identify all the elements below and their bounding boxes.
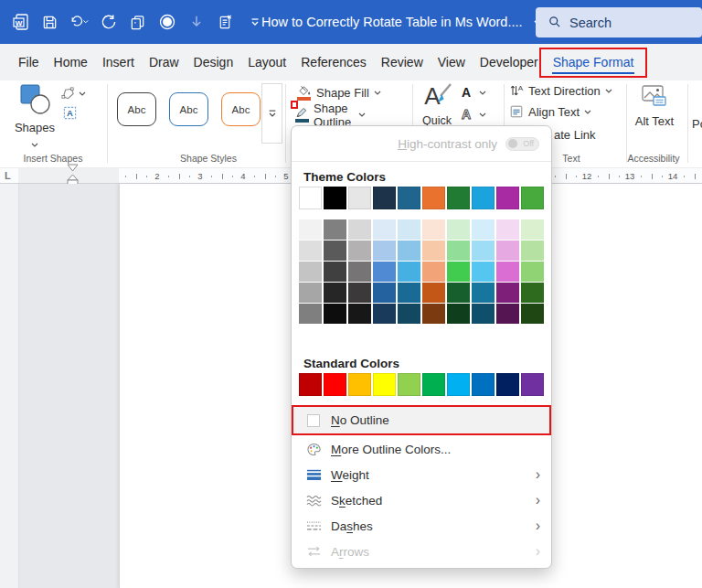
- theme-shade-swatch[interactable]: [422, 241, 445, 261]
- theme-shade-swatch[interactable]: [398, 304, 420, 324]
- tab-file[interactable]: File: [11, 44, 47, 80]
- standard-color-swatch[interactable]: [348, 373, 371, 396]
- menu-item-no-outline[interactable]: No Outline: [292, 406, 551, 434]
- standard-color-swatch[interactable]: [447, 373, 470, 396]
- theme-color-swatch[interactable]: [373, 187, 396, 209]
- shape-style-3[interactable]: Abc: [221, 92, 261, 126]
- create-link-label-fragment[interactable]: ate Link: [554, 128, 596, 142]
- theme-color-swatch[interactable]: [348, 187, 371, 209]
- theme-shade-swatch[interactable]: [521, 262, 544, 282]
- theme-shade-swatch[interactable]: [324, 283, 346, 303]
- menu-item-sketched[interactable]: Sketched›: [292, 489, 551, 511]
- tab-draw[interactable]: Draw: [142, 44, 186, 80]
- theme-shade-swatch[interactable]: [348, 304, 371, 324]
- menu-item-more-outline-colors[interactable]: More Outline Colors...: [292, 438, 551, 460]
- theme-shade-swatch[interactable]: [447, 219, 470, 240]
- theme-shade-swatch[interactable]: [398, 219, 420, 240]
- standard-color-swatch[interactable]: [373, 373, 396, 396]
- theme-shade-swatch[interactable]: [472, 283, 495, 303]
- theme-shade-swatch[interactable]: [447, 262, 470, 282]
- theme-color-swatch[interactable]: [422, 187, 445, 209]
- theme-shade-swatch[interactable]: [422, 219, 445, 240]
- theme-shade-swatch[interactable]: [496, 262, 519, 282]
- theme-shade-swatch[interactable]: [447, 304, 470, 324]
- theme-shade-swatch[interactable]: [348, 283, 371, 303]
- standard-color-swatch[interactable]: [521, 373, 544, 396]
- tab-selector[interactable]: L: [5, 170, 11, 181]
- theme-shade-swatch[interactable]: [496, 219, 519, 240]
- tab-review[interactable]: Review: [374, 44, 431, 80]
- theme-shade-swatch[interactable]: [521, 283, 544, 303]
- menu-item-weight[interactable]: Weight›: [292, 464, 551, 486]
- undo-icon[interactable]: [69, 13, 89, 32]
- theme-shade-swatch[interactable]: [299, 241, 322, 261]
- theme-shade-swatch[interactable]: [324, 219, 346, 240]
- theme-shade-swatch[interactable]: [398, 262, 420, 282]
- theme-shade-swatch[interactable]: [398, 283, 420, 303]
- theme-shade-swatch[interactable]: [496, 241, 519, 261]
- tab-design[interactable]: Design: [186, 44, 241, 80]
- theme-shade-swatch[interactable]: [472, 241, 495, 261]
- standard-color-swatch[interactable]: [398, 373, 420, 396]
- word-logo-icon[interactable]: W: [11, 13, 30, 32]
- more-styles-button[interactable]: [261, 83, 282, 144]
- menu-item-dashes[interactable]: Dashes›: [292, 515, 551, 537]
- theme-shade-swatch[interactable]: [348, 241, 371, 261]
- theme-shade-swatch[interactable]: [496, 304, 519, 324]
- tab-home[interactable]: Home: [47, 44, 95, 80]
- tab-view[interactable]: View: [431, 44, 473, 80]
- text-fill-button[interactable]: A: [462, 84, 486, 101]
- tab-layout[interactable]: Layout: [240, 44, 293, 80]
- theme-shade-swatch[interactable]: [447, 241, 470, 261]
- text-outline-button[interactable]: A: [462, 106, 486, 123]
- text-direction-button[interactable]: A Text Direction: [509, 83, 612, 98]
- theme-shade-swatch[interactable]: [373, 262, 396, 282]
- theme-shade-swatch[interactable]: [373, 304, 396, 324]
- theme-shade-swatch[interactable]: [324, 241, 346, 261]
- quick-styles-button[interactable]: A Quick: [418, 81, 456, 127]
- theme-shade-swatch[interactable]: [373, 241, 396, 261]
- theme-shade-swatch[interactable]: [521, 304, 544, 324]
- theme-shade-swatch[interactable]: [472, 219, 495, 240]
- align-text-button[interactable]: Align Text: [509, 104, 591, 119]
- tab-insert[interactable]: Insert: [95, 44, 142, 80]
- theme-shade-swatch[interactable]: [472, 262, 495, 282]
- standard-color-swatch[interactable]: [299, 373, 322, 396]
- theme-shade-swatch[interactable]: [324, 304, 346, 324]
- tab-shape-format[interactable]: Shape Format: [546, 44, 642, 80]
- theme-shade-swatch[interactable]: [373, 283, 396, 303]
- theme-shade-swatch[interactable]: [472, 304, 495, 324]
- shape-style-2[interactable]: Abc: [169, 92, 208, 126]
- theme-color-swatch[interactable]: [521, 187, 544, 209]
- save-icon[interactable]: [40, 13, 59, 32]
- theme-shade-swatch[interactable]: [447, 283, 470, 303]
- theme-color-swatch[interactable]: [299, 187, 322, 209]
- shape-fill-button[interactable]: Shape Fill: [295, 83, 381, 102]
- theme-shade-swatch[interactable]: [348, 219, 371, 240]
- vertical-ruler[interactable]: [0, 184, 19, 588]
- theme-shade-swatch[interactable]: [299, 304, 322, 324]
- document-title[interactable]: How to Correctly Rotate Table in Ms Word…: [261, 0, 544, 44]
- position-label-fragment[interactable]: Po: [692, 117, 702, 131]
- theme-color-swatch[interactable]: [496, 187, 519, 209]
- standard-color-swatch[interactable]: [422, 373, 445, 396]
- theme-shade-swatch[interactable]: [299, 262, 322, 282]
- alt-text-button[interactable]: Alt Text: [633, 84, 676, 128]
- theme-shade-swatch[interactable]: [422, 283, 445, 303]
- standard-color-swatch[interactable]: [324, 373, 346, 396]
- standard-color-swatch[interactable]: [472, 373, 495, 396]
- theme-shade-swatch[interactable]: [521, 219, 544, 240]
- theme-shade-swatch[interactable]: [398, 241, 420, 261]
- theme-color-swatch[interactable]: [472, 187, 495, 209]
- theme-shade-swatch[interactable]: [373, 219, 396, 240]
- edit-shape-button[interactable]: [60, 86, 86, 102]
- theme-shade-swatch[interactable]: [422, 304, 445, 324]
- tab-references[interactable]: References: [293, 44, 374, 80]
- theme-color-swatch[interactable]: [447, 187, 470, 209]
- copy-icon[interactable]: [128, 13, 147, 32]
- theme-shade-swatch[interactable]: [299, 283, 322, 303]
- record-icon[interactable]: [157, 13, 176, 32]
- theme-shade-swatch[interactable]: [324, 262, 346, 282]
- redo-icon[interactable]: [99, 13, 118, 32]
- down-arrow-icon[interactable]: [186, 13, 206, 32]
